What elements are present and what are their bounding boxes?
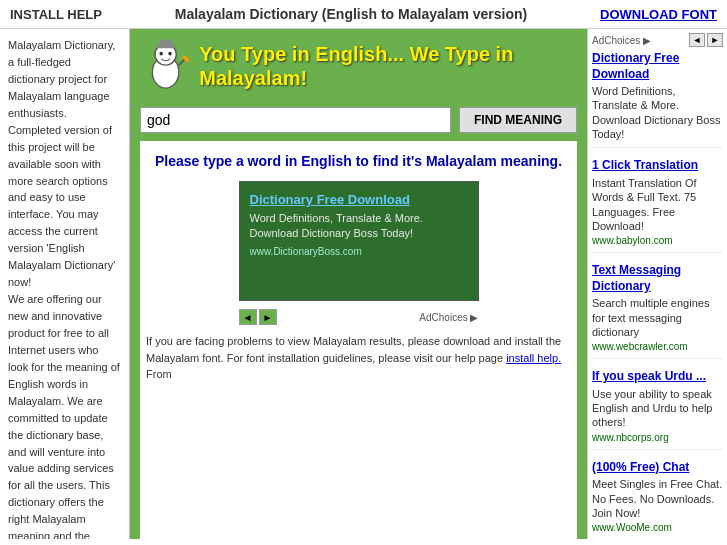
center-ad-title[interactable]: Dictionary Free Download <box>250 192 468 207</box>
footer-text: If you are facing problems to view Malay… <box>146 327 571 387</box>
right-ad-desc-1: Instant Translation Of Words & Full Text… <box>592 176 723 233</box>
install-help-link[interactable]: INSTALL HELP <box>10 7 102 22</box>
mascot-icon <box>140 35 191 97</box>
right-ad-item-4: (100% Free) Chat Meet Singles in Free Ch… <box>592 460 723 539</box>
content-area: Please type a word in English to find it… <box>140 141 577 539</box>
right-ad-item-2: Text Messaging Dictionary Search multipl… <box>592 263 723 359</box>
right-ad-desc-0: Word Definitions, Translate & More. Down… <box>592 84 723 141</box>
svg-point-5 <box>168 52 172 56</box>
right-ad-item-3: If you speak Urdu ... Use your ability t… <box>592 369 723 449</box>
footer-text-part2: From <box>146 368 172 380</box>
right-ad-url-3: www.nbcorps.org <box>592 432 723 443</box>
svg-point-4 <box>159 52 163 56</box>
right-ad-desc-2: Search multiple engines for text messagi… <box>592 296 723 339</box>
ad-prev-button[interactable]: ◄ <box>239 309 257 325</box>
right-ad-title-2[interactable]: Text Messaging Dictionary <box>592 263 723 294</box>
right-ad-title-3[interactable]: If you speak Urdu ... <box>592 369 723 385</box>
right-ad-header: AdChoices ▶ ◄ ► <box>592 33 723 47</box>
search-input[interactable] <box>140 107 451 133</box>
ad-nav-buttons: ◄ ► <box>239 309 277 325</box>
prompt-text: Please type a word in English to find it… <box>146 147 571 175</box>
install-help-link-footer[interactable]: install help. <box>506 352 561 364</box>
banner-tagline: You Type in English... We Type in Malaya… <box>199 42 577 90</box>
right-ad-url-2: www.webcrawler.com <box>592 341 723 352</box>
right-ad-item-1: 1 Click Translation Instant Translation … <box>592 158 723 253</box>
right-ad-item-0: Dictionary Free Download Word Definition… <box>592 51 723 148</box>
right-ad-title-1[interactable]: 1 Click Translation <box>592 158 723 174</box>
right-adchoices: AdChoices ▶ <box>592 35 651 46</box>
right-ad-url-1: www.babylon.com <box>592 235 723 246</box>
adchoices-label: AdChoices ▶ <box>419 312 478 323</box>
search-area: FIND MEANING <box>130 101 587 141</box>
find-meaning-button[interactable]: FIND MEANING <box>459 107 577 133</box>
right-ad-prev[interactable]: ◄ <box>689 33 705 47</box>
main-layout: Malayalam Dictionary, a full-fledged dic… <box>0 29 727 539</box>
sidebar: Malayalam Dictionary, a full-fledged dic… <box>0 29 130 539</box>
right-ad-url-4: www.WooMe.com <box>592 522 723 533</box>
right-ad-title-4[interactable]: (100% Free) Chat <box>592 460 723 476</box>
center-ad-url: www.DictionaryBoss.com <box>250 246 468 257</box>
banner: You Type in English... We Type in Malaya… <box>130 29 587 101</box>
footer-text-part1: If you are facing problems to view Malay… <box>146 335 561 364</box>
right-ad-desc-4: Meet Singles in Free Chat. No Fees. No D… <box>592 477 723 520</box>
center-ad-body: Word Definitions, Translate & More. Down… <box>250 211 468 242</box>
page-header: INSTALL HELP Malayalam Dictionary (Engli… <box>0 0 727 29</box>
ad-navigation: ◄ ► AdChoices ▶ <box>239 307 479 327</box>
page-title: Malayalam Dictionary (English to Malayal… <box>102 6 600 22</box>
main-content: You Type in English... We Type in Malaya… <box>130 29 587 539</box>
download-font-link[interactable]: DOWNLOAD FONT <box>600 7 717 22</box>
center-ad-box: Dictionary Free Download Word Definition… <box>239 181 479 301</box>
right-ad-column: AdChoices ▶ ◄ ► Dictionary Free Download… <box>587 29 727 539</box>
sidebar-text: Malayalam Dictionary, a full-fledged dic… <box>8 39 123 539</box>
ad-next-button[interactable]: ► <box>259 309 277 325</box>
right-ad-title-0[interactable]: Dictionary Free Download <box>592 51 723 82</box>
right-ad-desc-3: Use your ability to speak English and Ur… <box>592 387 723 430</box>
right-ad-next[interactable]: ► <box>707 33 723 47</box>
svg-rect-3 <box>159 39 171 44</box>
